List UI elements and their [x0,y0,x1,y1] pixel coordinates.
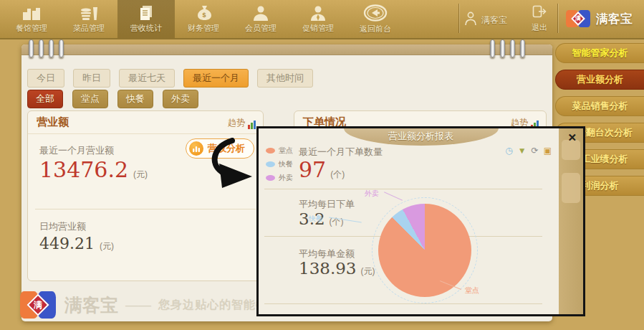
dialog-toolbar: ◷ ▼ ⟳ ▣ [505,146,552,156]
member-person-icon [251,5,270,21]
brand-name: 满客宝 [596,11,633,27]
topbar-divider [458,4,459,33]
revenue-card: 营业额 趋势 最近一个月营业额 13476.2 (元) 营收分析 日均营业额 [27,110,264,281]
legend-item-fast-food: 快餐 [266,159,293,169]
legend-swatch [266,148,275,154]
finance-money-bag-icon: $ [194,5,213,21]
logout-icon [532,5,547,21]
user-icon [464,11,477,29]
binding-ring [490,39,495,57]
binding-ring [520,39,525,57]
nav-back-to-front-desk[interactable]: 返回前台 [347,0,404,38]
nav-label: 促销管理 [302,23,334,34]
footer-dash: —— [125,298,151,313]
revenue-card-title: 营业额 [37,116,69,129]
dishes-icon [80,5,98,21]
legend-item-dine-in: 堂点 [266,146,293,156]
nav-finance-management[interactable]: $ 财务管理 [175,0,232,38]
user-name: 满客宝 [481,14,507,27]
sidebar-item-dish-sales-analysis[interactable]: 菜品销售分析 [555,96,644,116]
pie-label-dine-in: 堂点 [465,286,479,296]
pie-label-takeout: 外卖 [365,189,379,199]
clock-icon[interactable]: ◷ [505,146,512,156]
card-divider [35,209,256,209]
revenue-card-header: 营业额 趋势 [28,111,263,134]
sidebar-header-smart-butler: 智能管家分析 [555,43,644,63]
sidebar-item-revenue-analysis[interactable]: 营业额分析 [555,70,644,90]
dialog-side-strip [559,128,583,314]
binding-ring [49,39,54,57]
period-revenue-label: 最近一个月营业额 [39,144,114,157]
nav-label: 会员管理 [245,23,277,34]
close-icon[interactable]: ✕ [567,131,577,144]
mankebao-logo-icon: 满 [566,8,590,29]
pie-legend: 堂点 快餐 外卖 [266,146,293,187]
binding-ring [510,39,515,57]
filter-icon[interactable]: ▼ [518,146,527,156]
avg-order-amount-value: 138.93 (元) [299,259,375,278]
back-arrow-icon [363,4,388,22]
promotion-person-icon [309,5,327,21]
nav-label: 餐馆管理 [16,23,47,34]
revenue-report-dialog: 营业额分析报表 ✕ ◷ ▼ ⟳ ▣ 堂点 快餐 外卖 最近一个月下单数量 97 [256,126,585,316]
binding-ring [500,39,505,57]
dialog-divider [264,189,542,189]
legend-item-takeout: 外卖 [266,173,293,183]
filter-takeout[interactable]: 外卖 [163,90,198,108]
time-range-tabs: 今日 昨日 最近七天 最近一个月 其他时间 [27,69,313,88]
logout-label: 退出 [532,22,547,33]
revenue-trend-link[interactable]: 趋势 [228,117,256,129]
nav-revenue-statistics[interactable]: 营收统计 [117,0,175,38]
mankebao-logo-icon: 满 [20,288,56,321]
order-type-filters: 全部 堂点 快餐 外卖 [27,90,198,108]
pie-chart [378,204,471,297]
nav-member-management[interactable]: 会员管理 [232,0,289,38]
app-window: 餐馆管理 菜品管理 营收统计 $ 财务管理 [0,0,644,330]
top-navigation-bar: 餐馆管理 菜品管理 营收统计 $ 财务管理 [0,0,644,39]
tab-other-time[interactable]: 其他时间 [257,69,313,88]
brand: 满 满客宝 [566,8,633,29]
pie-label-fast-food: 快餐 [309,214,323,224]
nav-label: 财务管理 [188,23,219,34]
notebook-header-strip [21,44,552,55]
binding-ring [59,39,64,57]
svg-text:$: $ [202,11,206,19]
filter-all[interactable]: 全部 [27,90,63,108]
legend-swatch [266,161,275,167]
footer-brand-name: 满客宝 [64,293,118,317]
main-nav: 餐馆管理 菜品管理 营收统计 $ 财务管理 [3,0,404,38]
nav-label: 菜品管理 [73,23,105,34]
filter-dine-in[interactable]: 堂点 [72,90,108,108]
nav-label: 营收统计 [130,23,162,34]
refresh-icon[interactable]: ⟳ [532,146,539,156]
nav-restaurant-management[interactable]: 餐馆管理 [3,0,60,38]
tab-last-7-days[interactable]: 最近七天 [119,69,175,88]
tab-last-month[interactable]: 最近一个月 [183,69,249,88]
user-account[interactable]: 满客宝 [464,11,507,29]
binding-ring [29,39,34,57]
restaurant-icon [22,5,41,21]
daily-revenue-value: 449.21 (元) [39,235,114,253]
topbar-divider [557,4,558,33]
daily-revenue-label: 日均营业额 [39,220,86,233]
nav-label: 返回前台 [360,24,391,34]
logout-button[interactable]: 退出 [525,5,554,33]
orders-count-value: 97 (个) [299,157,345,182]
dialog-title: 营业额分析报表 [344,128,499,146]
nav-dish-management[interactable]: 菜品管理 [60,0,117,38]
tab-today[interactable]: 今日 [27,69,64,88]
nav-promotion-management[interactable]: 促销管理 [289,0,347,38]
legend-swatch [266,175,275,181]
filter-fast-food[interactable]: 快餐 [117,90,153,108]
dialog-divider [264,303,542,304]
annotation-arrow [199,138,259,195]
revenue-stats-icon [137,5,155,21]
trend-bar-chart-icon [248,121,256,129]
tab-yesterday[interactable]: 昨日 [73,69,110,88]
save-icon[interactable]: ▣ [544,146,552,156]
pie-leader-line [384,192,403,200]
binding-ring [39,39,44,57]
period-revenue-value: 13476.2 (元) [39,157,148,182]
pie-outline [372,197,478,303]
